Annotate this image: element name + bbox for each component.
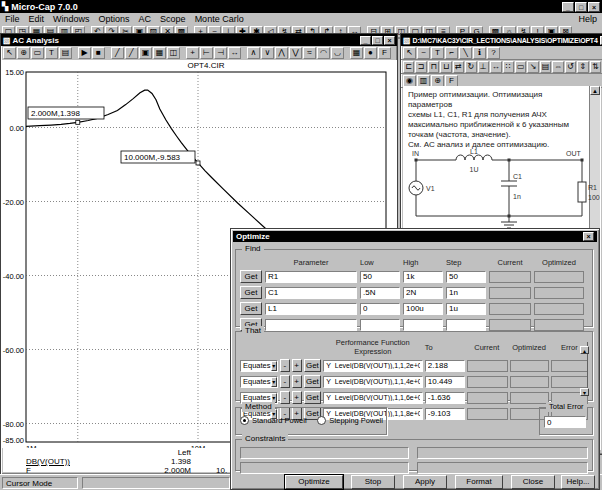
scroll-up-icon[interactable]: ▴	[580, 346, 589, 354]
inflection-icon[interactable]: ≈	[303, 47, 316, 59]
get-button[interactable]: Get	[304, 375, 322, 388]
help-mode-icon[interactable]: ?	[487, 47, 500, 59]
mirror-v-icon[interactable]: ⇕	[577, 61, 588, 73]
menu-item-help[interactable]: Help	[578, 14, 597, 24]
move-icon[interactable]: ↘	[527, 61, 538, 73]
standard-powell-radio[interactable]: Standard Powell	[240, 416, 307, 425]
that-to-input[interactable]	[425, 376, 465, 388]
constraint-field[interactable]	[240, 447, 409, 459]
that-to-input[interactable]	[425, 408, 465, 420]
zoom-in-icon[interactable]: ⊕	[17, 47, 30, 59]
help-button[interactable]: Help...	[561, 475, 595, 489]
rect-filled-icon[interactable]: ▦	[153, 47, 166, 59]
get-button[interactable]: Get	[240, 286, 262, 299]
close-button[interactable]: Close	[511, 475, 555, 489]
display-icon[interactable]: ▥	[417, 75, 430, 87]
ground-icon[interactable]: ⊥	[478, 61, 489, 73]
radio-icon[interactable]	[317, 416, 326, 425]
text-icon[interactable]: T	[431, 47, 444, 59]
box-top-icon[interactable]: ⊓	[428, 61, 439, 73]
sheet-icon[interactable]: ▤	[540, 61, 551, 73]
find-high-input[interactable]	[403, 287, 443, 299]
readout-expression[interactable]: DB(V(OUT))	[26, 457, 70, 466]
select-icon[interactable]: ↖	[3, 47, 16, 59]
region-icon[interactable]: ▭	[515, 61, 526, 73]
radio-icon[interactable]	[240, 416, 249, 425]
minus-button[interactable]: -	[280, 359, 290, 372]
global-low-icon[interactable]: ⋁	[289, 47, 302, 59]
box-bottom-icon[interactable]: ⊔	[440, 61, 451, 73]
select-icon[interactable]: ↖	[403, 47, 416, 59]
zoom-box-icon[interactable]: ▭	[31, 47, 44, 59]
rect-open-icon[interactable]: ◫	[167, 47, 180, 59]
optimize-button[interactable]: Optimize	[285, 475, 343, 489]
stretch-icon[interactable]: ↔	[490, 61, 501, 73]
scroll-up-icon[interactable]: ▲	[590, 86, 600, 95]
stop-icon[interactable]: ■	[92, 47, 105, 59]
find-low-input[interactable]	[360, 303, 400, 315]
bottom-edge-icon[interactable]: ◡	[331, 47, 344, 59]
line-tool-icon[interactable]: ╱	[111, 47, 124, 59]
find-low-input[interactable]	[360, 319, 400, 331]
constraint-field[interactable]	[240, 462, 409, 474]
minus-button[interactable]: -	[280, 391, 290, 404]
find-low-input[interactable]	[360, 287, 400, 299]
find-step-input[interactable]	[446, 287, 486, 299]
ac-minimize-button[interactable]: _	[360, 36, 371, 45]
mirror-h-icon[interactable]: ⇔	[552, 61, 563, 73]
cursor-right-icon[interactable]: ⊣	[214, 47, 227, 59]
ac-close-button[interactable]: ×	[384, 36, 395, 45]
top-edge-icon[interactable]: ◠	[317, 47, 330, 59]
maximize-button[interactable]: □	[575, 2, 587, 12]
apply-button[interactable]: Apply	[403, 475, 447, 489]
get-button[interactable]: Get	[304, 391, 322, 404]
step-icon[interactable]: ⇅	[590, 61, 601, 73]
constraint-field[interactable]	[417, 462, 588, 474]
minus-button[interactable]: -	[280, 375, 290, 388]
component-icon[interactable]: ⌐	[445, 47, 458, 59]
text-tool-icon[interactable]: T	[45, 47, 58, 59]
cursor-label-right[interactable]: 10.000M,-9.583	[121, 151, 195, 163]
total-error-field[interactable]	[544, 416, 586, 428]
chevron-down-icon[interactable]: ▾	[271, 361, 277, 371]
stepping-powell-radio[interactable]: Stepping Powell	[317, 416, 383, 425]
find-step-input[interactable]	[446, 319, 486, 331]
equates-combo[interactable]: Equates▾	[240, 360, 278, 372]
get-button[interactable]: Get	[304, 359, 322, 372]
menu-item[interactable]: Scope	[160, 14, 186, 24]
that-expression-input[interactable]	[323, 392, 423, 404]
that-expression-input[interactable]	[323, 376, 423, 388]
find-parameter-input[interactable]	[265, 303, 357, 315]
menu-item[interactable]: Edit	[29, 14, 45, 24]
menu-item[interactable]: File	[5, 14, 20, 24]
that-expression-input[interactable]	[323, 360, 423, 372]
menu-item[interactable]: Options	[99, 14, 130, 24]
plus-button[interactable]: +	[292, 359, 302, 372]
that-to-input[interactable]	[425, 360, 465, 372]
plus-button[interactable]: +	[292, 391, 302, 404]
f-key-icon[interactable]: F	[445, 75, 458, 87]
chevron-down-icon[interactable]: ▾	[271, 377, 277, 387]
menu-item[interactable]: Windows	[53, 14, 90, 24]
constraint-field[interactable]	[417, 447, 588, 459]
cursor-label-left[interactable]: 2.000M,1.398	[28, 107, 104, 119]
rotate-icon[interactable]: ↻	[465, 61, 476, 73]
scroll-down-icon[interactable]: ▾	[580, 388, 589, 396]
f-key-icon[interactable]: F	[378, 47, 391, 59]
plus-button[interactable]: +	[292, 375, 302, 388]
chevron-down-icon[interactable]: ▾	[271, 393, 277, 403]
properties-icon[interactable]: ▤	[59, 47, 72, 59]
cursor-both-icon[interactable]: ↔	[228, 47, 241, 59]
find-step-input[interactable]	[446, 303, 486, 315]
find-high-input[interactable]	[403, 319, 443, 331]
dot-icon[interactable]: ●	[364, 47, 377, 59]
globe-icon[interactable]: ⊕	[431, 75, 444, 87]
clip-right-icon[interactable]: ⊐	[415, 61, 426, 73]
find-step-input[interactable]	[446, 271, 486, 283]
find-parameter-input[interactable]	[265, 271, 357, 283]
run-icon[interactable]: ▶	[78, 47, 91, 59]
cursor-left-icon[interactable]: ⊢	[200, 47, 213, 59]
tracker-icon[interactable]: +	[186, 47, 199, 59]
optimize-close-button[interactable]: ×	[583, 232, 594, 241]
ac-restore-button[interactable]: □	[372, 36, 383, 45]
